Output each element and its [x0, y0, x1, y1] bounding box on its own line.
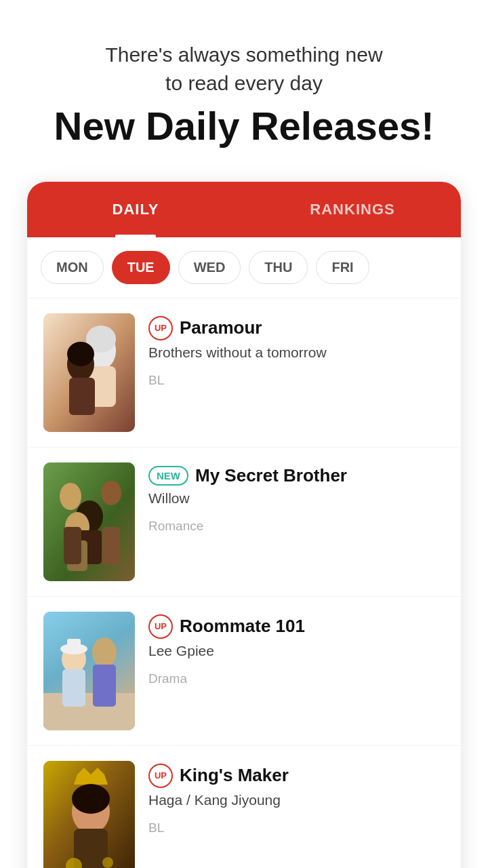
- comic-title-row-paramour: UP Paramour: [148, 316, 445, 340]
- comics-list: UP Paramour Brothers without a tomorrow …: [27, 298, 461, 868]
- svg-rect-15: [102, 527, 120, 564]
- day-thu[interactable]: THU: [249, 251, 308, 284]
- comic-genre-roommate101: Drama: [148, 671, 445, 686]
- svg-rect-19: [62, 669, 85, 707]
- comic-title-row-roommate101: UP Roommate 101: [148, 614, 445, 639]
- badge-up-kingsmaker: UP: [148, 764, 173, 788]
- comic-title-kingsmaker: King's Maker: [180, 765, 289, 786]
- badge-new-mysecretbrother: NEW: [148, 466, 188, 486]
- comic-genre-mysecretbrother: Romance: [148, 519, 445, 534]
- comic-genre-kingsmaker: BL: [148, 821, 445, 835]
- comic-thumb-roommate101: [43, 612, 135, 730]
- svg-point-28: [72, 784, 110, 814]
- svg-point-30: [102, 857, 113, 868]
- svg-rect-23: [93, 665, 116, 707]
- comic-thumb-paramour: [43, 313, 135, 432]
- comic-info-mysecretbrother: NEW My Secret Brother Willow Romance: [135, 462, 445, 534]
- header-subtitle: There's always something newto read ever…: [27, 41, 461, 98]
- comic-author-paramour: Brothers without a tomorrow: [148, 344, 445, 361]
- comic-thumb-kingsmaker: [43, 761, 135, 868]
- svg-point-22: [92, 637, 117, 667]
- comic-author-mysecretbrother: Willow: [148, 490, 445, 507]
- day-mon[interactable]: MON: [41, 251, 104, 284]
- svg-point-9: [101, 481, 121, 505]
- comic-author-kingsmaker: Haga / Kang Jiyoung: [148, 792, 445, 808]
- day-tue[interactable]: TUE: [112, 251, 170, 284]
- comic-info-kingsmaker: UP King's Maker Haga / Kang Jiyoung BL: [135, 761, 445, 835]
- badge-up-paramour: UP: [148, 316, 173, 340]
- comic-title-paramour: Paramour: [180, 317, 262, 338]
- svg-rect-4: [69, 378, 95, 415]
- comic-item-mysecretbrother[interactable]: NEW My Secret Brother Willow Romance: [27, 448, 461, 597]
- tab-rankings[interactable]: RANKINGS: [244, 182, 461, 237]
- days-row: MON TUE WED THU FRI: [27, 237, 461, 298]
- comic-item-paramour[interactable]: UP Paramour Brothers without a tomorrow …: [27, 298, 461, 448]
- svg-rect-17: [43, 693, 135, 730]
- header-title: New Daily Releases!: [27, 104, 461, 148]
- badge-up-roommate101: UP: [148, 614, 173, 639]
- comic-info-roommate101: UP Roommate 101 Lee Gpiee Drama: [135, 612, 445, 686]
- tabs-header: DAILY RANKINGS: [27, 182, 461, 237]
- comic-thumb-mysecretbrother: [43, 462, 135, 581]
- comic-item-roommate101[interactable]: UP Roommate 101 Lee Gpiee Drama: [27, 597, 461, 746]
- card-container: DAILY RANKINGS MON TUE WED THU FRI: [27, 182, 461, 868]
- comic-title-roommate101: Roommate 101: [180, 616, 305, 637]
- comic-title-row-mysecretbrother: NEW My Secret Brother: [148, 465, 445, 486]
- day-fri[interactable]: FRI: [316, 251, 369, 284]
- comic-item-kingsmaker[interactable]: UP King's Maker Haga / Kang Jiyoung BL: [27, 746, 461, 868]
- comic-title-row-kingsmaker: UP King's Maker: [148, 764, 445, 788]
- svg-point-8: [60, 483, 81, 510]
- header-section: There's always something newto read ever…: [0, 0, 488, 168]
- svg-rect-21: [67, 639, 81, 651]
- comic-title-mysecretbrother: My Secret Brother: [195, 465, 347, 486]
- svg-rect-14: [64, 527, 81, 564]
- comic-author-roommate101: Lee Gpiee: [148, 643, 445, 659]
- day-wed[interactable]: WED: [178, 251, 241, 284]
- svg-point-6: [67, 342, 94, 366]
- comic-info-paramour: UP Paramour Brothers without a tomorrow …: [135, 313, 445, 388]
- tab-daily[interactable]: DAILY: [27, 182, 244, 237]
- comic-genre-paramour: BL: [148, 373, 445, 388]
